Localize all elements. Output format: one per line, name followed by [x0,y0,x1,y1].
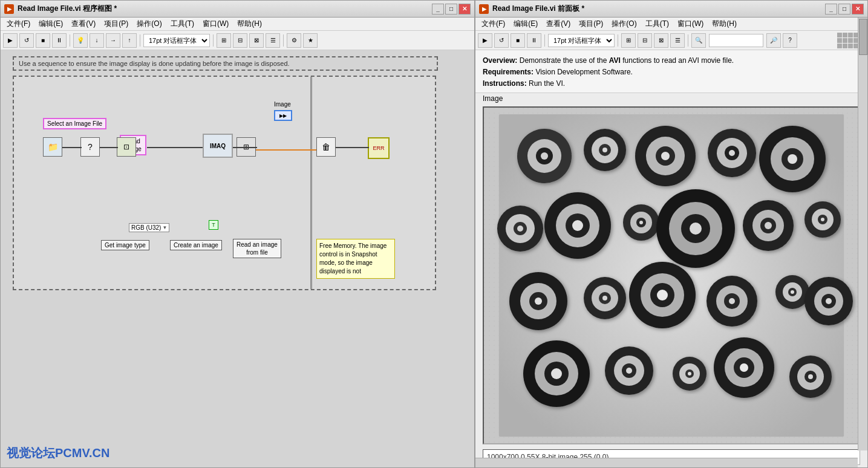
right-menu-window[interactable]: 窗口(W) [674,18,707,30]
right-resize[interactable]: ⊠ [654,33,668,48]
right-menu-operate[interactable]: 操作(O) [608,18,640,30]
scroll-thumb[interactable] [859,19,867,55]
run-button[interactable]: ▶ [3,33,18,48]
step-out-button[interactable]: ↑ [122,33,137,48]
instructions-line: Instructions: Run the VI. [483,78,860,89]
svg-point-22 [788,154,797,164]
close-button[interactable]: ✕ [458,4,471,15]
read-from-file-node: Read an imagefrom file [233,239,281,258]
right-minimize-button[interactable]: _ [825,4,837,15]
grid-cell [837,44,842,48]
left-app-icon: ▶ [4,4,14,14]
menu-view[interactable]: 查看(V) [68,18,99,30]
frame-divider [310,77,312,289]
abort-button[interactable]: ■ [36,33,50,48]
instructions-label: Instructions: [483,79,527,88]
grid-cell [837,33,842,37]
rings-image [484,108,859,443]
right-menu-tools[interactable]: 工具(T) [642,18,673,30]
sequence-frame: Image ▶▶ Select an Image File 📁 ? ReadIm… [13,76,436,290]
font-selector[interactable]: 17pt 对话框字体 [143,34,210,47]
right-maximize-button[interactable]: □ [838,4,850,15]
right-menu-project[interactable]: 项目(P) [575,18,607,30]
info-section: Overview: Demonstrate the use of the AVI… [475,50,867,93]
extra-btn1[interactable]: ⚙ [287,33,301,48]
menu-edit[interactable]: 编辑(E) [35,18,67,30]
error-node: ERR [368,137,390,159]
select-image-node: Select an Image File [43,118,106,129]
menu-tools[interactable]: 工具(T) [167,18,198,30]
right-pause[interactable]: ⏸ [527,33,541,48]
step-into-button[interactable]: ↓ [90,33,104,48]
grid-cell [848,44,853,48]
align-button[interactable]: ⊞ [217,33,231,48]
right-sep1 [544,34,545,47]
rgb-dropdown[interactable]: RGB (U32) ▼ [129,223,169,232]
image-container [483,106,860,444]
svg-point-26 [517,226,523,232]
grid-cell [837,38,842,43]
free-memory-tooltip: Free Memory. The image control is in Sna… [316,239,395,279]
right-menu-file[interactable]: 文件(F) [478,18,509,30]
svg-point-38 [690,223,702,235]
right-scrollbar[interactable] [858,18,867,450]
right-font-selector[interactable]: 17pt 对话框字体 [548,34,615,47]
svg-point-10 [602,148,607,152]
right-align[interactable]: ⊞ [621,33,636,48]
resize-button[interactable]: ⊠ [249,33,264,48]
distribute-button[interactable]: ⊟ [233,33,247,48]
sep1 [70,34,70,47]
sep3 [213,34,214,47]
right-zoom[interactable]: 🔎 [766,33,781,48]
right-app-icon: ▶ [479,4,489,14]
search-input[interactable] [709,34,763,47]
note-box: Use a sequence to ensure the image displ… [13,56,438,71]
right-menu-help[interactable]: 帮助(H) [708,18,740,30]
right-menu-view[interactable]: 查看(V) [543,18,574,30]
menu-operate[interactable]: 操作(O) [133,18,165,30]
file-dialog-icon: 📁 [43,137,62,157]
left-panel: ▶ Read Image File.vi 程序框图 * _ □ ✕ 文件(F) … [0,0,475,468]
right-run-cont[interactable]: ↺ [494,33,509,48]
svg-point-34 [639,221,643,224]
menu-window[interactable]: 窗口(W) [199,18,232,30]
svg-point-78 [626,368,632,374]
sep2 [140,34,140,47]
dropdown-arrow: ▼ [162,225,167,230]
right-help[interactable]: ? [783,33,797,48]
highlight-button[interactable]: 💡 [73,33,88,48]
get-image-type-node: Get image type [101,240,149,250]
menu-project[interactable]: 项目(P) [100,18,132,30]
run-cont-button[interactable]: ↺ [19,33,34,48]
right-menu-edit[interactable]: 编辑(E) [510,18,541,30]
overview-label: Overview: [483,56,517,65]
minimize-button[interactable]: _ [432,4,444,15]
svg-point-42 [765,222,772,229]
pause-button[interactable]: ⏸ [52,33,67,48]
menu-file[interactable]: 文件(F) [3,18,34,30]
right-window-controls: _ □ ✕ [825,4,864,15]
svg-point-62 [729,298,735,304]
right-run-button[interactable]: ▶ [478,33,492,48]
right-menu-bar: 文件(F) 编辑(E) 查看(V) 项目(P) 操作(O) 工具(T) 窗口(W… [475,18,867,31]
left-window-controls: _ □ ✕ [432,4,471,15]
wire4 [233,147,257,148]
right-abort[interactable]: ■ [511,33,525,48]
step-over-button[interactable]: → [106,33,120,48]
right-close-button[interactable]: ✕ [852,4,864,15]
question-icon: ? [80,137,100,157]
svg-point-58 [657,290,668,301]
right-sep3 [688,34,688,47]
bottom-scrollbar[interactable] [475,458,858,467]
order-button[interactable]: ☰ [266,33,280,48]
right-order[interactable]: ☰ [670,33,685,48]
maximize-button[interactable]: □ [445,4,457,15]
bool-indicator: T [209,220,218,230]
requirements-label: Requirements: [483,68,534,76]
menu-help[interactable]: 帮助(H) [233,18,266,30]
right-search[interactable]: 🔍 [691,33,706,48]
extra-btn2[interactable]: ★ [303,33,318,48]
diagram-area: Use a sequence to ensure the image displ… [1,50,474,467]
right-dist[interactable]: ⊟ [638,33,652,48]
copy-icon: ⊡ [117,137,136,157]
